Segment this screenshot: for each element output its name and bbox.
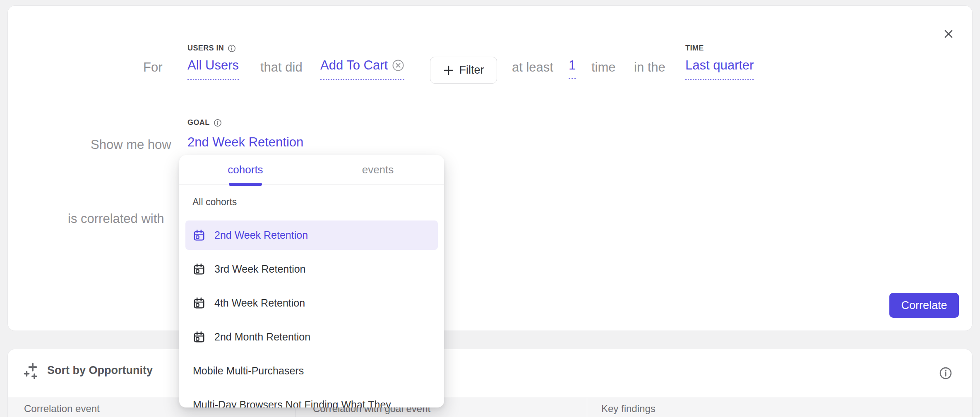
cohort-list-item[interactable]: 4th Week Retention — [185, 288, 438, 318]
remove-event-icon[interactable] — [392, 59, 404, 72]
cohort-picker-dropdown: cohorts events All cohorts 2nd Week Rete… — [179, 155, 444, 407]
cohort-selector[interactable]: All Users — [187, 58, 239, 80]
time-label: TIME — [685, 44, 704, 53]
plus-icon — [443, 65, 454, 76]
sort-by-opportunity-control[interactable]: Sort by Opportunity — [23, 362, 153, 379]
sentence-word-for: For — [143, 60, 163, 75]
tab-cohorts[interactable]: cohorts — [179, 155, 312, 185]
add-filter-button[interactable]: Filter — [430, 57, 497, 84]
calendar-icon — [193, 263, 205, 276]
cohort-item-label: Mobile Multi-Purchasers — [193, 365, 304, 377]
users-in-label: USERS IN — [187, 44, 236, 53]
tab-events[interactable]: events — [312, 155, 444, 185]
cohort-list-item[interactable]: Multi-Day Browsers Not Finding What They — [185, 390, 438, 407]
cohort-item-label: 3rd Week Retention — [214, 263, 306, 275]
close-button[interactable] — [938, 23, 959, 45]
cohort-item-label: 4th Week Retention — [214, 297, 305, 309]
cohort-item-label: 2nd Week Retention — [214, 229, 308, 241]
info-icon[interactable] — [228, 44, 236, 53]
query-builder-card: For USERS IN All Users that did Add To C… — [7, 5, 973, 331]
correlate-page: For USERS IN All Users that did Add To C… — [0, 0, 980, 417]
cohort-item-label: 2nd Month Retention — [214, 331, 310, 343]
sparkle-plus-icon — [23, 362, 41, 379]
sentence-show-me-how: Show me how — [91, 137, 171, 152]
calendar-icon — [193, 229, 205, 242]
calendar-icon — [193, 331, 205, 343]
sentence-is-correlated-with: is correlated with — [68, 211, 164, 226]
active-tab-indicator — [229, 183, 262, 186]
info-icon[interactable] — [214, 119, 222, 127]
close-icon — [942, 28, 955, 40]
cohort-list: 2nd Week Retention 3rd Week Retention 4t… — [179, 220, 444, 407]
cohort-list-item[interactable]: 2nd Month Retention — [185, 322, 438, 352]
sentence-word-that-did: that did — [260, 60, 303, 75]
goal-label: GOAL — [187, 118, 222, 127]
results-info-icon[interactable] — [939, 367, 952, 380]
calendar-icon — [193, 297, 205, 309]
cohort-list-item[interactable]: Mobile Multi-Purchasers — [185, 356, 438, 386]
sentence-word-in-the: in the — [634, 60, 665, 75]
event-selector[interactable]: Add To Cart — [320, 58, 404, 80]
cohort-section-label: All cohorts — [192, 197, 237, 208]
correlate-button[interactable]: Correlate — [889, 293, 959, 318]
goal-selector[interactable]: 2nd Week Retention — [187, 135, 303, 157]
count-selector[interactable]: 1 — [569, 58, 576, 73]
time-range-selector[interactable]: Last quarter — [685, 58, 754, 80]
cohort-list-item[interactable]: 3rd Week Retention — [185, 254, 438, 284]
results-card: Sort by Opportunity Correlation event Co… — [7, 349, 973, 417]
sort-label: Sort by Opportunity — [47, 364, 153, 377]
column-header-correlation-event: Correlation event — [24, 403, 100, 415]
cohort-list-item[interactable]: 2nd Week Retention — [185, 220, 438, 250]
filter-button-label: Filter — [459, 64, 484, 77]
column-header-key-findings: Key findings — [601, 403, 656, 415]
column-divider — [587, 398, 587, 417]
results-table-header: Correlation event Correlation with goal … — [8, 398, 972, 417]
sentence-word-time: time — [591, 60, 616, 75]
sentence-word-at-least: at least — [512, 60, 553, 75]
cohort-item-label: Multi-Day Browsers Not Finding What They — [193, 399, 391, 407]
dropdown-tabs: cohorts events — [179, 155, 444, 185]
